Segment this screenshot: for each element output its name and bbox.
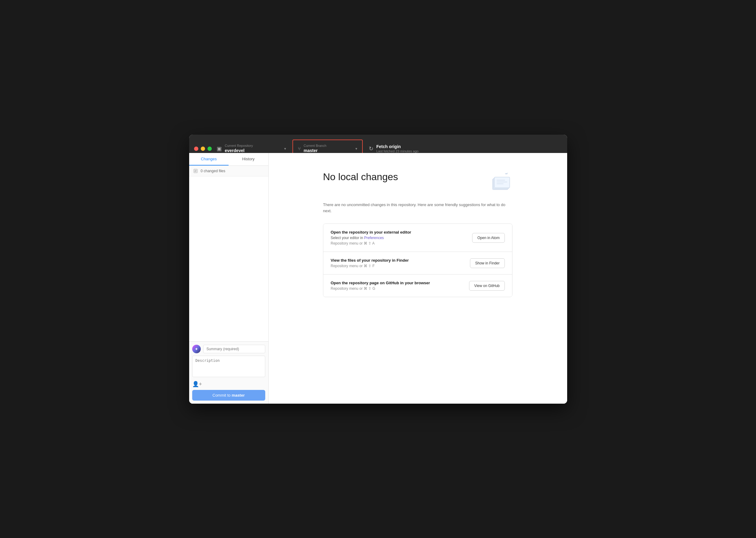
repo-chevron-icon: ▾	[284, 146, 286, 151]
open-in-atom-button[interactable]: Open in Atom	[472, 233, 505, 243]
fetch-icon: ↻	[369, 145, 373, 152]
minimize-button[interactable]	[201, 146, 205, 151]
svg-rect-2	[494, 177, 510, 188]
no-changes-title: No local changes	[323, 171, 482, 183]
repo-value: everdevel	[225, 148, 282, 153]
action-card-editor-text: Open the repository in your external edi…	[331, 230, 472, 245]
main-content: No local changes	[269, 153, 567, 404]
commit-description-input[interactable]	[192, 356, 265, 377]
tab-history[interactable]: History	[228, 153, 268, 166]
maximize-button[interactable]	[208, 146, 212, 151]
main-area: Changes History ✓ 0 changed files ✦	[189, 153, 567, 404]
sidebar-file-list	[189, 177, 268, 341]
branch-icon: ⑂	[298, 146, 301, 151]
action-card-finder-title: View the files of your repository in Fin…	[331, 258, 470, 263]
avatar: ✦	[192, 345, 201, 353]
show-in-finder-button[interactable]: Show in Finder	[470, 258, 505, 268]
close-button[interactable]	[194, 146, 198, 151]
branch-label: Current Branch	[304, 144, 353, 148]
action-cards: Open the repository in your external edi…	[323, 224, 512, 297]
no-changes-container: No local changes	[323, 171, 512, 297]
illustration-svg	[488, 171, 512, 193]
github-shortcut: Repository menu or ⌘ ⇧ G	[331, 287, 469, 291]
view-on-github-button[interactable]: View on GitHub	[469, 281, 505, 291]
repo-label: Current Repository	[225, 144, 282, 148]
branch-text: Current Branch master	[304, 144, 353, 153]
no-changes-header: No local changes	[323, 171, 512, 193]
commit-section: ✦ 👤+ Commit to master	[189, 341, 268, 404]
co-author-icon[interactable]: 👤+	[192, 381, 202, 388]
editor-shortcut: Repository menu or ⌘ ⇧ A	[331, 241, 472, 245]
editor-desc-prefix: Select your editor in	[331, 236, 364, 240]
commit-button-branch: master	[232, 393, 245, 398]
branch-value: master	[304, 148, 353, 153]
action-card-editor: Open the repository in your external edi…	[323, 224, 512, 252]
avatar-icon: ✦	[195, 347, 198, 351]
commit-button[interactable]: Commit to master	[192, 390, 265, 401]
sidebar: Changes History ✓ 0 changed files ✦	[189, 153, 269, 404]
repo-text: Current Repository everdevel	[225, 144, 282, 153]
changed-files-row: ✓ 0 changed files	[189, 166, 268, 177]
finder-shortcut: Repository menu or ⌘ ⇧ F	[331, 264, 470, 268]
illustration	[488, 171, 512, 193]
commit-footer: 👤+	[192, 381, 265, 388]
no-changes-desc: There are no uncommitted changes in this…	[323, 202, 512, 215]
action-card-github-text: Open the repository page on GitHub in yo…	[331, 281, 469, 291]
action-card-finder-text: View the files of your repository in Fin…	[331, 258, 470, 268]
changed-files-label: 0 changed files	[201, 169, 225, 173]
preferences-link[interactable]: Preferences	[364, 236, 384, 240]
branch-chevron-icon: ▾	[355, 146, 357, 151]
action-card-github-title: Open the repository page on GitHub in yo…	[331, 281, 469, 285]
commit-button-prefix: Commit to	[213, 393, 232, 398]
fetch-text: Fetch origin Last fetched 23 minutes ago	[376, 144, 562, 153]
action-card-editor-title: Open the repository in your external edi…	[331, 230, 472, 235]
action-card-finder: View the files of your repository in Fin…	[323, 252, 512, 275]
commit-summary-row: ✦	[192, 345, 265, 353]
fetch-label: Fetch origin	[376, 144, 562, 149]
repo-icon: ▣	[217, 145, 222, 152]
app-window: ▣ Current Repository everdevel ▾ ⑂ Curre…	[189, 134, 567, 404]
select-all-checkbox[interactable]: ✓	[193, 169, 198, 173]
toolbar: ▣ Current Repository everdevel ▾ ⑂ Curre…	[189, 134, 567, 153]
traffic-lights	[194, 146, 212, 151]
commit-summary-input[interactable]	[203, 345, 265, 353]
action-card-github: Open the repository page on GitHub in yo…	[323, 275, 512, 297]
action-card-editor-desc: Select your editor in Preferences	[331, 236, 472, 240]
